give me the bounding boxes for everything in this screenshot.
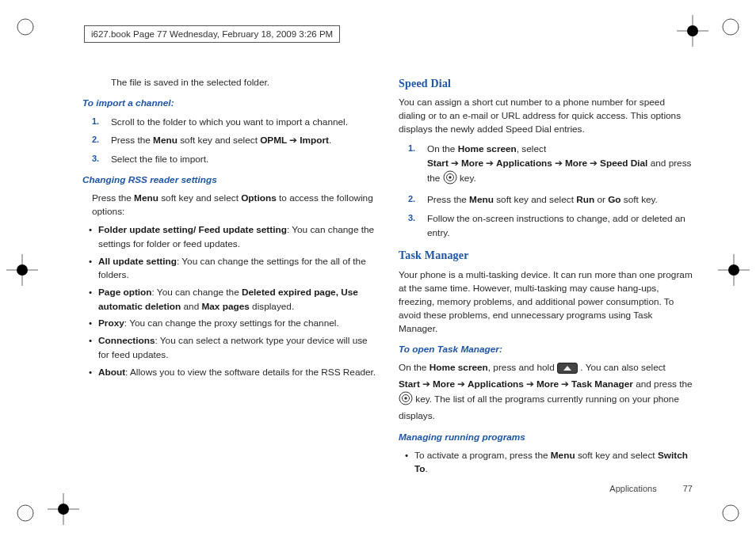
heading-task-manager: Task Manager: [399, 248, 693, 264]
managing-programs-list: To activate a program, press the Menu so…: [399, 449, 693, 477]
svg-point-2: [723, 19, 739, 35]
heading-import-channel: To import a channel:: [82, 97, 376, 110]
rss-intro: Press the Menu soft key and select Optio…: [82, 192, 376, 219]
ok-key-icon: [443, 170, 457, 188]
svg-point-26: [404, 397, 407, 400]
crop-mark-bottom-right: [720, 502, 742, 524]
opt-page-option: Page option: You can change the Deleted …: [82, 286, 376, 314]
open-task-manager-paragraph: On the Home screen, press and hold . You…: [399, 361, 693, 423]
opt-about: About: Allows you to view the software d…: [82, 366, 376, 380]
cross-mark-right: [718, 254, 750, 286]
import-step-1: 1.Scroll to the folder to which you want…: [82, 115, 376, 129]
crop-mark-top-left: [14, 16, 36, 38]
opt-connections: Connections: You can select a network ty…: [82, 334, 376, 362]
mrp-activate: To activate a program, press the Menu so…: [399, 449, 693, 477]
home-key-icon: [557, 363, 578, 378]
left-column: The file is saved in the selected folder…: [82, 76, 376, 496]
opt-proxy: Proxy: You can change the proxy settings…: [82, 317, 376, 331]
arrow-icon: ➔: [559, 378, 571, 390]
saved-file-note: The file is saved in the selected folder…: [82, 76, 376, 89]
svg-point-19: [58, 504, 69, 515]
svg-point-0: [17, 19, 33, 35]
speed-step-1: 1. On the Home screen, select Start➔More…: [399, 142, 693, 189]
footer-section: Applications: [609, 484, 656, 493]
arrow-icon: ➔: [524, 378, 536, 390]
footer-page-number: 77: [683, 484, 693, 493]
task-manager-paragraph: Your phone is a multi-tasking device. It…: [399, 268, 693, 336]
svg-point-22: [449, 176, 451, 178]
arrow-icon: ➔: [420, 378, 433, 390]
arrow-icon: ➔: [483, 158, 496, 169]
speeddial-paragraph: You can assign a short cut number to a p…: [399, 96, 693, 136]
cross-mark-top: [677, 15, 708, 47]
svg-point-10: [687, 25, 698, 36]
page-stamp: i627.book Page 77 Wednesday, February 18…: [84, 25, 340, 43]
ok-key-icon: [399, 391, 413, 409]
arrow-icon: ➔: [552, 158, 565, 169]
right-column: Speed Dial You can assign a short cut nu…: [399, 76, 693, 496]
arrow-icon: ➔: [587, 158, 600, 169]
heading-speed-dial: Speed Dial: [399, 76, 693, 92]
import-step-2: 2. Press the Menu soft key and select OP…: [82, 133, 376, 147]
svg-point-16: [728, 264, 739, 276]
svg-point-6: [723, 505, 739, 521]
svg-point-4: [17, 505, 33, 521]
crop-mark-top-right: [720, 16, 742, 38]
opt-all-update: All update setting: You can change the s…: [82, 255, 376, 283]
cross-mark-bottom: [48, 493, 79, 525]
speed-step-2: 2. Press the Menu soft key and select Ru…: [399, 192, 693, 207]
heading-rss-settings: Changing RSS reader settings: [82, 173, 376, 187]
rss-options-list: Folder update setting/ Feed update setti…: [82, 223, 376, 379]
speed-dial-steps: 1. On the Home screen, select Start➔More…: [399, 142, 693, 241]
page-body: The file is saved in the selected folder…: [82, 76, 693, 496]
import-steps: 1.Scroll to the folder to which you want…: [82, 115, 376, 166]
page-footer: Applications 77: [609, 483, 693, 496]
heading-managing-programs: Managing running programs: [399, 431, 693, 444]
opt-folder-update: Folder update setting/ Feed update setti…: [82, 223, 376, 251]
arrow-icon: ➔: [287, 135, 300, 146]
import-step-3: 3.Select the file to import.: [82, 152, 376, 166]
cross-mark-left: [6, 254, 38, 286]
heading-open-task-manager: To open Task Manager:: [399, 343, 693, 356]
arrow-icon: ➔: [455, 378, 468, 390]
crop-mark-bottom-left: [14, 502, 36, 524]
speed-step-3: 3.Follow the on-screen instructions to c…: [399, 211, 693, 241]
arrow-icon: ➔: [449, 158, 461, 169]
svg-point-13: [17, 264, 28, 276]
